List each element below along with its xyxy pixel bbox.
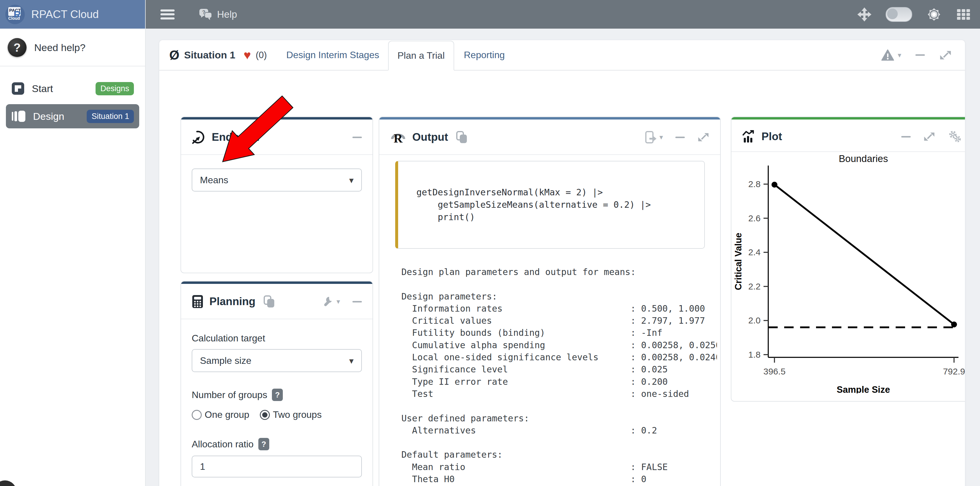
question-circle-icon: ?	[8, 38, 27, 57]
designs-badge: Designs	[95, 82, 134, 95]
r-code-text: getDesignInverseNormal(kMax = 2) |> getS…	[417, 186, 695, 223]
allocation-ratio-label: Allocation ratio ?	[192, 438, 362, 450]
tab-reporting[interactable]: Reporting	[464, 40, 505, 70]
bottom-left-partial-button[interactable]	[0, 480, 16, 486]
expand-card-icon[interactable]	[697, 131, 710, 143]
heart-icon[interactable]: ♥	[243, 49, 251, 61]
collapse-card-icon[interactable]	[901, 136, 911, 137]
collapse-card-icon[interactable]	[352, 301, 362, 303]
number-of-groups-label: Number of groups ?	[192, 389, 362, 401]
expand-panel-icon[interactable]	[939, 49, 952, 62]
empty-set-icon: Ø	[169, 49, 179, 62]
need-help-label: Need help?	[34, 42, 86, 53]
tools-menu[interactable]: ▾	[322, 296, 340, 308]
card-title: Output	[412, 131, 448, 143]
svg-text:R: R	[394, 132, 403, 144]
warning-triangle-icon	[881, 49, 894, 61]
caret-down-icon: ▾	[898, 52, 901, 59]
calculation-target-value: Sample size	[200, 355, 349, 366]
collapse-panel-icon[interactable]	[915, 54, 925, 56]
caret-down-icon: ▾	[659, 134, 663, 141]
chevron-down-icon: ▾	[349, 175, 353, 185]
fullscreen-arrows-icon[interactable]	[857, 7, 872, 22]
card-title: Plot	[762, 131, 782, 143]
export-menu[interactable]: ▾	[645, 131, 663, 144]
radio-two-groups[interactable]	[260, 410, 270, 420]
sidebar: PACT R Cloud RPACT Cloud ? Need help? St…	[0, 0, 146, 486]
collapse-card-icon[interactable]	[675, 137, 685, 138]
output-card: R Output ▾	[379, 116, 721, 486]
app-title: RPACT Cloud	[31, 8, 99, 21]
favorites-count: (0)	[256, 50, 267, 61]
svg-text:2.8: 2.8	[748, 179, 760, 189]
sidebar-item-design[interactable]: Design Situation 1	[6, 104, 139, 128]
expand-card-icon[interactable]	[923, 131, 935, 143]
endpoint-card: Endpoint Means ▾	[180, 116, 373, 273]
file-export-icon	[645, 131, 657, 144]
chevron-down-icon: ▾	[349, 355, 353, 366]
endpoint-select-value: Means	[200, 175, 349, 186]
app-logo: PACT R Cloud	[5, 5, 25, 24]
situation-title: Situation 1	[184, 49, 235, 61]
calculation-target-select[interactable]: Sample size ▾	[192, 349, 362, 372]
theme-toggle[interactable]	[886, 7, 912, 22]
svg-text:2.0: 2.0	[748, 316, 760, 325]
collapse-card-icon[interactable]	[352, 137, 362, 138]
main-area: Ø Situation 1 ♥ (0) Design Interim Stage…	[146, 29, 980, 486]
chart-icon	[742, 130, 756, 143]
sidebar-item-start[interactable]: Start Designs	[6, 78, 139, 99]
situation-badge: Situation 1	[87, 110, 134, 123]
card-title: Planning	[209, 295, 255, 308]
app-brand: PACT R Cloud RPACT Cloud	[0, 0, 145, 29]
copy-icon[interactable]	[263, 295, 275, 308]
svg-text:2.6: 2.6	[748, 214, 760, 223]
calculator-icon	[192, 295, 204, 309]
planning-card: Planning ▾ C	[180, 281, 373, 486]
help-menu[interactable]: ? Help	[197, 8, 237, 21]
start-icon	[11, 82, 25, 95]
warnings-menu[interactable]: ▾	[881, 49, 901, 61]
radio-one-group[interactable]	[192, 410, 202, 420]
radio-one-group-label[interactable]: One group	[205, 409, 249, 420]
svg-text:Sample Size: Sample Size	[837, 384, 890, 394]
endpoint-select[interactable]: Means ▾	[192, 169, 362, 191]
sidebar-toggle-icon[interactable]	[161, 10, 175, 19]
allocation-ratio-input[interactable]	[192, 456, 362, 478]
need-help-button[interactable]: ? Need help?	[0, 29, 145, 66]
tab-situation-header[interactable]: Ø Situation 1 ♥ (0)	[169, 40, 267, 70]
help-question-badge[interactable]: ?	[272, 389, 283, 401]
sun-settings-icon[interactable]	[926, 6, 942, 23]
tabbar: Ø Situation 1 ♥ (0) Design Interim Stage…	[159, 40, 965, 70]
endpoint-icon	[192, 130, 206, 144]
copy-icon[interactable]	[456, 131, 468, 144]
design-icon	[11, 110, 26, 123]
help-label: Help	[217, 9, 237, 20]
help-chat-icon: ?	[197, 8, 213, 21]
boundaries-chart: Boundaries1.82.02.22.42.62.8396.5792.9Sa…	[732, 152, 965, 394]
logo-cloud-text: Cloud	[8, 16, 20, 21]
r-code-block[interactable]: getDesignInverseNormal(kMax = 2) |> getS…	[395, 161, 705, 249]
grid-apps-icon[interactable]	[956, 7, 972, 22]
svg-text:2.2: 2.2	[748, 282, 760, 291]
card-title: Endpoint	[212, 131, 259, 143]
sidebar-divider	[0, 66, 145, 66]
help-question-badge[interactable]: ?	[258, 438, 269, 450]
top-navbar: ? Help	[146, 0, 980, 29]
calculation-target-label: Calculation target	[192, 333, 362, 344]
svg-text:2.4: 2.4	[748, 247, 760, 257]
gears-settings-icon[interactable]	[948, 130, 961, 143]
tab-design-interim-stages[interactable]: Design Interim Stages	[286, 40, 379, 70]
sidebar-item-label: Design	[33, 111, 64, 122]
content-panel: Ø Situation 1 ♥ (0) Design Interim Stage…	[159, 40, 965, 486]
svg-text:792.9: 792.9	[943, 366, 965, 376]
toggle-knob	[887, 8, 898, 19]
svg-text:Boundaries: Boundaries	[839, 153, 888, 164]
sidebar-item-label: Start	[32, 83, 53, 94]
radio-two-groups-label[interactable]: Two groups	[273, 409, 321, 420]
design-report-text: Design plan parameters and output for me…	[401, 266, 717, 486]
caret-down-icon: ▾	[337, 298, 340, 305]
svg-text:396.5: 396.5	[764, 366, 786, 376]
svg-text:Critical Value: Critical Value	[733, 233, 743, 290]
tab-plan-a-trial[interactable]: Plan a Trial	[388, 41, 454, 70]
wrench-icon	[322, 296, 334, 308]
